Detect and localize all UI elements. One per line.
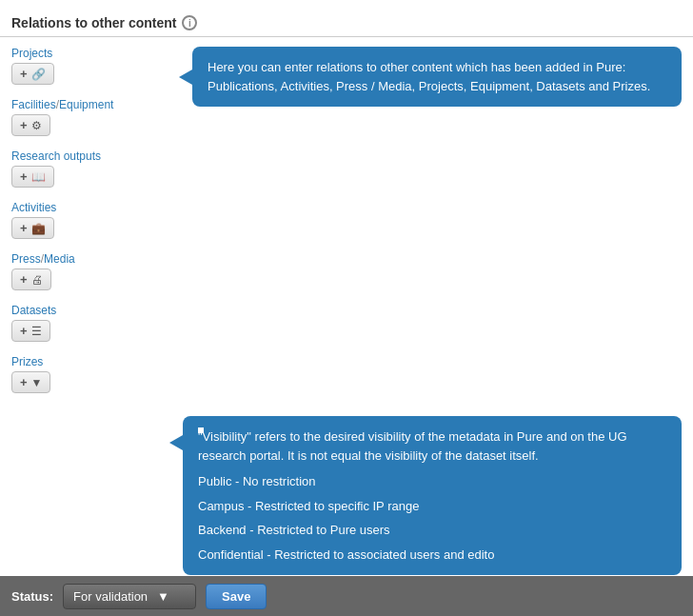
slash: / (41, 252, 44, 266)
dataset-icon: ☰ (31, 325, 42, 338)
relation-item-research: Research outputs + 📖 (11, 149, 173, 188)
tooltip-bubble-2: "Visibility" refers to the desired visib… (183, 416, 682, 575)
add-prizes-button[interactable]: + ▼ (11, 371, 50, 393)
relation-label-prizes: Prizes (11, 355, 173, 368)
add-research-button[interactable]: + 📖 (11, 166, 54, 188)
add-facilities-button[interactable]: + ⚙ (11, 114, 50, 136)
status-label: Status: (11, 589, 53, 604)
relation-item-prizes: Prizes + ▼ (11, 355, 173, 393)
plus-icon: + (20, 324, 28, 338)
plus-icon: + (20, 221, 28, 235)
relation-item-projects: Projects + 🔗 (11, 47, 173, 85)
tooltip-text-2-line1: "Visibility" refers to the desired visib… (198, 427, 666, 465)
relation-label-research: Research outputs (11, 149, 173, 163)
tooltip-text-2-line5: Confidential - Restricted to associated … (198, 546, 666, 565)
save-button[interactable]: Save (206, 584, 267, 609)
add-projects-button[interactable]: + 🔗 (11, 63, 54, 85)
plus-icon: + (20, 169, 28, 184)
prize-icon: ▼ (31, 376, 43, 389)
tooltip-text-1: Here you can enter relations to other co… (208, 60, 650, 93)
tooltip-text-2-line4: Backend - Restricted to Pure users (198, 521, 666, 540)
plus-icon: + (20, 375, 28, 389)
second-tooltip-area: "Visibility" refers to the desired visib… (0, 416, 693, 585)
status-value: For validation (73, 589, 148, 604)
plus-icon: + (20, 118, 28, 132)
add-activities-button[interactable]: + 💼 (11, 217, 54, 239)
relation-item-facilities: Facilities/Equipment + ⚙ (11, 98, 173, 136)
status-dropdown[interactable]: For validation ▼ (63, 584, 196, 609)
add-datasets-button[interactable]: + ☰ (11, 320, 50, 342)
main-container: Relations to other content i Projects + … (0, 0, 693, 616)
relation-label-projects: Projects (11, 47, 173, 60)
relation-item-datasets: Datasets + ☰ (11, 304, 173, 342)
relation-label-datasets: Datasets (11, 304, 173, 317)
tooltip-container-2: "Visibility" refers to the desired visib… (183, 416, 682, 575)
briefcase-icon: 💼 (31, 222, 46, 235)
status-bar: Status: For validation ▼ Save (0, 576, 693, 616)
printer-icon: 🖨 (31, 273, 43, 287)
relations-list: Projects + 🔗 Facilities/Equipment + ⚙ Re… (11, 47, 173, 407)
tooltip-arrow-2 (169, 435, 183, 450)
tooltip-bubble-1: Here you can enter relations to other co… (192, 47, 682, 107)
relation-item-press: Press/Media + 🖨 (11, 252, 173, 290)
section-info-icon[interactable]: i (182, 15, 197, 30)
status-dropdown-arrow-icon: ▼ (157, 589, 169, 604)
plus-icon: + (20, 67, 28, 81)
plus-icon: + (20, 272, 28, 287)
tooltip-container-1: Here you can enter relations to other co… (173, 47, 682, 407)
link-icon: 🔗 (31, 68, 46, 81)
relation-label-activities: Activities (11, 201, 173, 214)
relation-item-activities: Activities + 💼 (11, 201, 173, 239)
section-title: Relations to other content (11, 15, 176, 30)
content-area-top: Projects + 🔗 Facilities/Equipment + ⚙ Re… (0, 37, 693, 416)
tooltip-text-2-line2: Public - No restriction (198, 472, 666, 491)
equipment-icon: ⚙ (31, 119, 42, 132)
relation-label-facilities: Facilities/Equipment (11, 98, 173, 111)
book-icon: 📖 (31, 170, 46, 184)
tooltip-text-2-line3: Campus - Restricted to specific IP range (198, 497, 666, 516)
section-header: Relations to other content i (0, 10, 693, 37)
relation-label-press: Press/Media (11, 252, 173, 266)
slash: / (56, 98, 59, 111)
add-press-button[interactable]: + 🖨 (11, 268, 51, 290)
